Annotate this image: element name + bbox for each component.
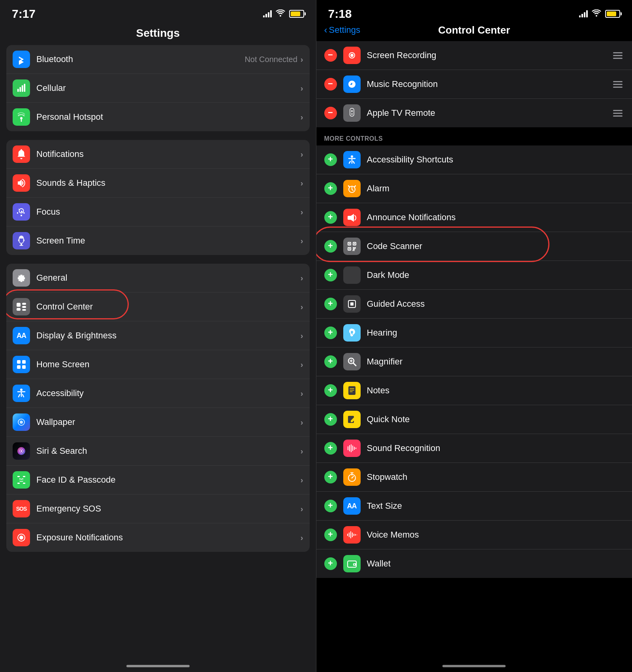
screen-recording-drag[interactable]: [611, 51, 624, 60]
accessibility-icon: [13, 385, 30, 402]
emergencysos-chevron: ›: [301, 504, 303, 513]
add-text-size-btn[interactable]: +: [324, 500, 337, 512]
svg-point-22: [21, 450, 22, 452]
svg-rect-26: [23, 483, 25, 484]
row-wallpaper[interactable]: Wallpaper ›: [6, 408, 310, 437]
svg-rect-72: [355, 534, 356, 536]
homescreen-label: Home Screen: [36, 359, 301, 370]
svg-rect-24: [23, 476, 25, 477]
row-screen-recording[interactable]: − Screen Recording: [316, 41, 632, 70]
accessibility-chevron: ›: [301, 389, 303, 398]
row-magnifier[interactable]: + Magnifier: [316, 347, 632, 376]
add-alarm-btn[interactable]: +: [324, 182, 337, 195]
svg-rect-33: [350, 108, 354, 116]
text-size-label: Text Size: [367, 501, 624, 511]
add-voice-memos-btn[interactable]: +: [324, 529, 337, 541]
svg-rect-2: [22, 85, 23, 92]
screentime-chevron: ›: [301, 236, 303, 245]
row-apple-tv-remote[interactable]: − Apple TV Remote: [316, 99, 632, 127]
add-accessibility-shortcuts-btn[interactable]: +: [324, 153, 337, 166]
row-quick-note[interactable]: + Quick Note: [316, 405, 632, 434]
sounds-chevron: ›: [301, 179, 303, 188]
music-recognition-drag[interactable]: [611, 79, 624, 89]
row-notes[interactable]: + Notes: [316, 376, 632, 405]
svg-rect-25: [17, 483, 20, 484]
row-notifications[interactable]: Notifications ›: [6, 140, 310, 169]
row-code-scanner[interactable]: + Code Scanner: [316, 232, 632, 261]
svg-rect-68: [349, 532, 350, 537]
row-hearing[interactable]: + Hearing: [316, 319, 632, 347]
row-controlcenter[interactable]: Control Center ›: [6, 293, 310, 321]
svg-rect-69: [350, 531, 351, 538]
guided-access-icon: [343, 295, 361, 313]
row-alarm[interactable]: + Alarm: [316, 174, 632, 203]
voice-memos-icon: [343, 526, 361, 544]
svg-rect-60: [354, 447, 355, 450]
add-quick-note-btn[interactable]: +: [324, 413, 337, 426]
apple-tv-drag[interactable]: [611, 108, 624, 118]
svg-rect-23: [17, 476, 20, 477]
settings-scroll[interactable]: Bluetooth Not Connected › Cellular ›: [0, 45, 316, 660]
row-dark-mode[interactable]: + Dark Mode: [316, 261, 632, 290]
add-code-scanner-btn[interactable]: +: [324, 240, 337, 253]
faceid-chevron: ›: [301, 476, 303, 485]
magnifier-icon: [343, 353, 361, 370]
row-exposure[interactable]: Exposure Notifications ›: [6, 523, 310, 552]
right-status-bar: 7:18: [316, 0, 632, 25]
apple-tv-label: Apple TV Remote: [367, 108, 612, 118]
add-hearing-btn[interactable]: +: [324, 327, 337, 339]
add-stopwatch-btn[interactable]: +: [324, 471, 337, 483]
cellular-icon: [13, 79, 30, 97]
left-panel: 7:17 Settings: [0, 0, 316, 672]
row-text-size[interactable]: + AA Text Size: [316, 492, 632, 521]
row-wallet[interactable]: + Wallet: [316, 549, 632, 578]
remove-music-recognition-btn[interactable]: −: [324, 78, 337, 91]
row-accessibility-shortcuts[interactable]: + Accessibility Shortcuts: [316, 145, 632, 174]
row-homescreen[interactable]: Home Screen ›: [6, 350, 310, 379]
add-sound-recognition-btn[interactable]: +: [324, 442, 337, 455]
add-announce-btn[interactable]: +: [324, 211, 337, 224]
stopwatch-label: Stopwatch: [367, 472, 624, 482]
add-dark-mode-btn[interactable]: +: [324, 269, 337, 281]
row-display[interactable]: AA Display & Brightness ›: [6, 321, 310, 350]
group-connectivity: Bluetooth Not Connected › Cellular ›: [6, 45, 310, 131]
row-voice-memos[interactable]: + Voice Memos: [316, 521, 632, 549]
row-faceid[interactable]: Face ID & Passcode ›: [6, 466, 310, 495]
bluetooth-value: Not Connected: [245, 55, 297, 64]
add-magnifier-btn[interactable]: +: [324, 355, 337, 368]
back-button[interactable]: ‹ Settings: [324, 25, 361, 36]
back-label: Settings: [329, 25, 361, 35]
exposure-icon: [13, 529, 30, 546]
group-system1: Notifications › Sounds & Haptics ›: [6, 140, 310, 255]
row-screentime[interactable]: Screen Time ›: [6, 227, 310, 255]
guided-access-label: Guided Access: [367, 299, 624, 309]
row-general[interactable]: General ›: [6, 264, 310, 293]
row-sound-recognition[interactable]: + Sound Recognition: [316, 434, 632, 463]
emergencysos-label: Emergency SOS: [36, 504, 301, 514]
row-announce-notifications[interactable]: + Announce Notifications: [316, 203, 632, 232]
add-notes-btn[interactable]: +: [324, 384, 337, 397]
svg-rect-9: [22, 303, 26, 305]
row-emergencysos[interactable]: SOS Emergency SOS ›: [6, 495, 310, 523]
left-status-bar: 7:17: [0, 0, 316, 25]
add-wallet-btn[interactable]: +: [324, 557, 337, 570]
row-guided-access[interactable]: + Guided Access: [316, 290, 632, 319]
row-accessibility[interactable]: Accessibility ›: [6, 379, 310, 408]
row-cellular[interactable]: Cellular ›: [6, 74, 310, 103]
notifications-icon: [13, 145, 30, 163]
row-stopwatch[interactable]: + Stopwatch: [316, 463, 632, 492]
row-music-recognition[interactable]: − Music Recognition: [316, 70, 632, 99]
add-guided-access-btn[interactable]: +: [324, 298, 337, 310]
row-sounds[interactable]: Sounds & Haptics ›: [6, 169, 310, 198]
notes-icon: [343, 382, 361, 399]
controlcenter-chevron: ›: [301, 302, 303, 311]
row-hotspot[interactable]: Personal Hotspot ›: [6, 103, 310, 131]
remove-screen-recording-btn[interactable]: −: [324, 49, 337, 62]
svg-rect-15: [17, 365, 21, 369]
cc-scroll[interactable]: − Screen Recording −: [316, 41, 632, 660]
row-focus[interactable]: Focus ›: [6, 198, 310, 227]
bluetooth-icon: [13, 51, 30, 68]
row-siri[interactable]: Siri & Search ›: [6, 437, 310, 466]
row-bluetooth[interactable]: Bluetooth Not Connected ›: [6, 45, 310, 74]
remove-apple-tv-btn[interactable]: −: [324, 107, 337, 119]
